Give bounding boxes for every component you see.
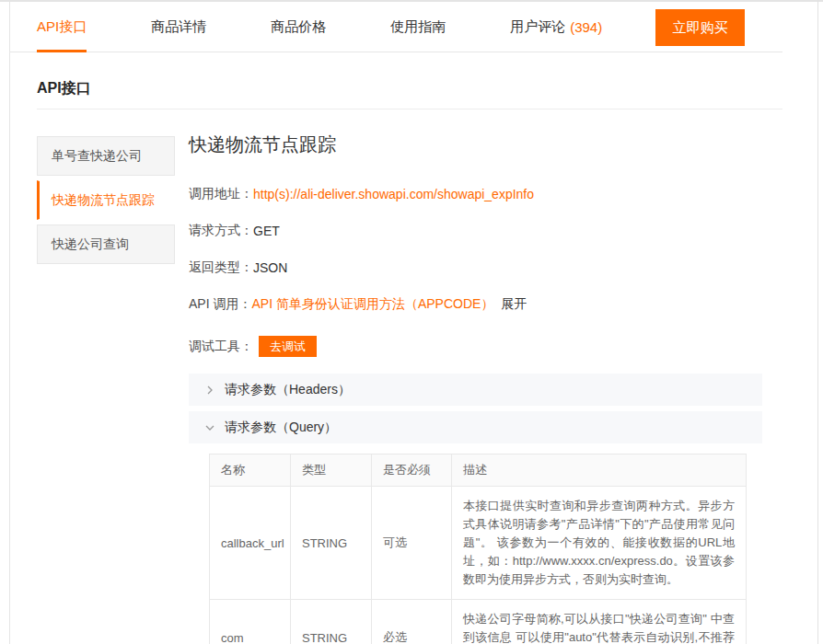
appcode-auth-link[interactable]: API 简单身份认证调用方法（APPCODE） [251, 296, 493, 313]
api-call-row: API 调用： API 简单身份认证调用方法（APPCODE） 展开 [189, 296, 527, 313]
api-address-row: 调用地址： http(s)://ali-deliver.showapi.com/… [189, 186, 534, 202]
table-row: com STRING 必选 快递公司字母简称,可以从接口"快递公司查询" 中查到… [210, 600, 747, 644]
tab-user-reviews-label: 用户评论 [510, 18, 565, 36]
query-panel-title: 请求参数（Query） [225, 420, 337, 436]
param-description: 本接口提供实时查询和异步查询两种方式。异步方式具体说明请参考"产品详情"下的"产… [452, 487, 747, 600]
param-required: 必选 [372, 600, 452, 644]
debug-tool-row: 调试工具： 去调试 [189, 336, 317, 357]
page-title: API接口 [37, 79, 91, 98]
headers-panel-title: 请求参数（Headers） [225, 382, 351, 398]
query-params-table: 名称 类型 是否必须 描述 callback_url STRING 可选 本接口… [209, 454, 746, 644]
page-left-border [9, 2, 10, 644]
product-tab-bar: API接口 商品详情 商品价格 使用指南 用户评论 (394) 立即购买 [9, 2, 782, 52]
tab-api[interactable]: API接口 [37, 2, 87, 52]
col-name: 名称 [210, 454, 291, 487]
request-method-value: GET [253, 224, 280, 238]
sidebar-item-query-company-by-number[interactable]: 单号查快递公司 [37, 136, 175, 176]
return-type-row: 返回类型： JSON [189, 259, 287, 276]
tab-user-reviews[interactable]: 用户评论 (394) [510, 2, 602, 52]
tab-usage-guide[interactable]: 使用指南 [390, 2, 446, 52]
api-address-link[interactable]: http(s)://ali-deliver.showapi.com/showap… [253, 187, 534, 201]
page-right-border [817, 0, 818, 644]
debug-tool-label: 调试工具： [189, 339, 253, 355]
go-debug-button[interactable]: 去调试 [259, 336, 317, 357]
sidebar-item-express-company-query[interactable]: 快递公司查询 [37, 224, 175, 264]
request-method-label: 请求方式： [189, 223, 253, 239]
buy-now-button[interactable]: 立即购买 [655, 9, 745, 46]
request-method-row: 请求方式： GET [189, 223, 280, 239]
chevron-down-icon [205, 423, 214, 432]
chevron-right-icon [205, 385, 214, 395]
tab-product-price[interactable]: 商品价格 [271, 2, 326, 52]
param-name: callback_url [210, 487, 291, 600]
param-description: 快递公司字母简称,可以从接口"快递公司查询" 中查到该信息 可以使用"auto"… [452, 600, 747, 644]
param-required: 可选 [372, 487, 452, 600]
return-type-value: JSON [253, 260, 287, 275]
param-type: STRING [291, 600, 372, 644]
api-title: 快递物流节点跟踪 [189, 132, 336, 157]
review-count-badge: (394) [570, 19, 602, 35]
sidebar-item-express-node-tracking[interactable]: 快递物流节点跟踪 [37, 180, 175, 220]
query-params-panel[interactable]: 请求参数（Query） [189, 411, 762, 443]
expand-toggle[interactable]: 展开 [501, 296, 527, 313]
col-description: 描述 [452, 454, 747, 487]
param-type: STRING [291, 487, 372, 600]
param-name: com [210, 600, 291, 644]
table-header-row: 名称 类型 是否必须 描述 [210, 454, 747, 487]
col-required: 是否必须 [372, 454, 452, 487]
headers-params-panel[interactable]: 请求参数（Headers） [189, 374, 762, 406]
title-divider [37, 109, 782, 109]
return-type-label: 返回类型： [189, 259, 253, 276]
api-call-label: API 调用： [189, 296, 251, 313]
tab-product-detail[interactable]: 商品详情 [151, 2, 206, 52]
col-type: 类型 [291, 454, 372, 487]
table-row: callback_url STRING 可选 本接口提供实时查询和异步查询两种方… [210, 487, 747, 600]
api-address-label: 调用地址： [189, 186, 253, 202]
